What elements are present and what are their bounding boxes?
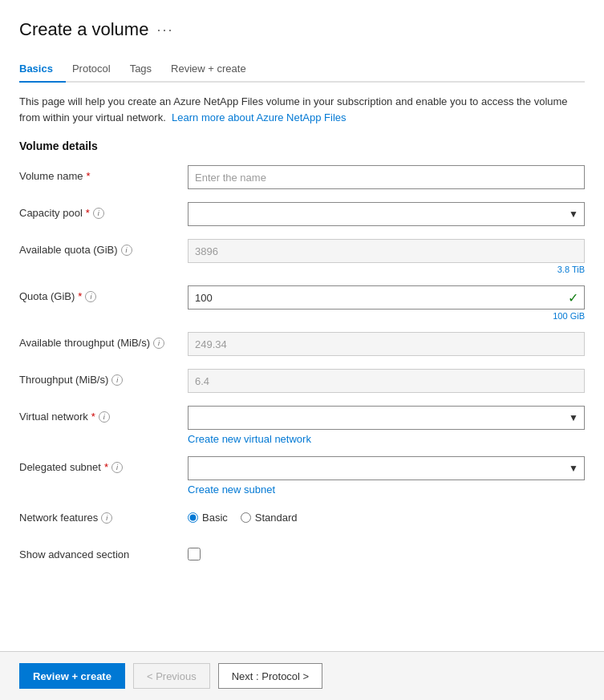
capacity-pool-label: Capacity pool * i [19,202,188,219]
section-header: Volume details [19,140,585,152]
capacity-pool-required: * [86,207,90,219]
network-features-info-icon[interactable]: i [101,512,112,524]
footer: Review + create < Previous Next : Protoc… [0,651,604,700]
virtual-network-select-wrapper: ▼ [188,406,585,430]
virtual-network-label: Virtual network * i [19,406,188,423]
network-features-standard-label: Standard [255,512,298,524]
network-features-basic-option[interactable]: Basic [188,512,228,524]
network-features-row: Network features i Basic Standard [19,507,585,532]
tab-tags[interactable]: Tags [130,56,164,83]
capacity-pool-field: ▼ [188,202,585,226]
show-advanced-checkbox-wrapper [188,544,585,560]
available-quota-field: 3896 3.8 TiB [188,239,585,274]
volume-name-required: * [87,170,91,182]
quota-field: ✓ 100 GiB [188,285,585,321]
volume-name-label: Volume name * [19,165,188,182]
network-features-label: Network features i [19,507,188,524]
page-title: Create a volume [19,19,148,40]
tab-protocol[interactable]: Protocol [72,56,124,83]
available-quota-label: Available quota (GiB) i [19,239,188,256]
capacity-pool-info-icon[interactable]: i [93,208,104,219]
page-description: This page will help you create an Azure … [19,94,585,125]
review-create-button[interactable]: Review + create [19,663,125,689]
virtual-network-row: Virtual network * i ▼ Create new virtual… [19,406,585,445]
quota-input-wrapper: ✓ [188,285,585,310]
network-features-basic-radio[interactable] [188,512,198,523]
delegated-subnet-select-wrapper: ▼ [188,456,585,480]
previous-button: < Previous [133,663,210,689]
throughput-value: 6.4 [188,369,585,393]
next-button[interactable]: Next : Protocol > [218,663,322,689]
capacity-pool-row: Capacity pool * i ▼ [19,202,585,228]
delegated-subnet-label: Delegated subnet * i [19,456,188,473]
available-quota-info-icon[interactable]: i [121,245,132,256]
available-throughput-value: 249.34 [188,332,585,356]
available-quota-value: 3896 [188,239,585,263]
quota-row: Quota (GiB) * i ✓ 100 GiB [19,285,585,321]
network-features-standard-option[interactable]: Standard [241,512,298,524]
network-features-basic-label: Basic [202,512,228,524]
create-virtual-network-link[interactable]: Create new virtual network [188,433,585,445]
virtual-network-field: ▼ Create new virtual network [188,406,585,445]
network-features-standard-radio[interactable] [241,512,251,523]
show-advanced-checkbox[interactable] [188,548,201,560]
create-subnet-link[interactable]: Create new subnet [188,484,585,496]
tab-basics[interactable]: Basics [19,56,66,83]
quota-info-icon[interactable]: i [85,291,96,302]
show-advanced-field [188,544,585,560]
available-throughput-info-icon[interactable]: i [153,338,164,349]
capacity-pool-select[interactable] [188,202,585,226]
virtual-network-select[interactable] [188,406,585,430]
show-advanced-label: Show advanced section [19,544,188,560]
capacity-pool-select-wrapper: ▼ [188,202,585,226]
virtual-network-info-icon[interactable]: i [99,411,110,423]
quota-sub-label: 100 GiB [188,311,585,321]
available-throughput-row: Available throughput (MiB/s) i 249.34 [19,332,585,358]
show-advanced-row: Show advanced section [19,544,585,569]
quota-label: Quota (GiB) * i [19,285,188,302]
more-options-icon[interactable]: ··· [156,22,173,38]
delegated-subnet-field: ▼ Create new subnet [188,456,585,496]
network-features-radio-group: Basic Standard [188,507,585,524]
available-quota-sub-label: 3.8 TiB [188,265,585,274]
quota-input[interactable] [188,285,585,310]
quota-required: * [78,290,82,302]
tab-bar: Basics Protocol Tags Review + create [19,56,585,83]
throughput-field: 6.4 [188,369,585,393]
available-throughput-field: 249.34 [188,332,585,356]
volume-name-row: Volume name * [19,165,585,191]
tab-review-create[interactable]: Review + create [171,56,259,83]
throughput-label: Throughput (MiB/s) i [19,369,188,386]
throughput-row: Throughput (MiB/s) i 6.4 [19,369,585,395]
throughput-info-icon[interactable]: i [111,374,123,386]
delegated-subnet-required: * [104,461,108,473]
delegated-subnet-select[interactable] [188,456,585,480]
volume-name-input[interactable] [188,165,585,189]
delegated-subnet-row: Delegated subnet * i ▼ Create new subnet [19,456,585,496]
available-throughput-label: Available throughput (MiB/s) i [19,332,188,349]
available-quota-row: Available quota (GiB) i 3896 3.8 TiB [19,239,585,274]
learn-more-link[interactable]: Learn more about Azure NetApp Files [172,111,347,123]
virtual-network-required: * [91,411,95,423]
volume-name-field [188,165,585,189]
delegated-subnet-info-icon[interactable]: i [111,462,123,473]
network-features-field: Basic Standard [188,507,585,524]
